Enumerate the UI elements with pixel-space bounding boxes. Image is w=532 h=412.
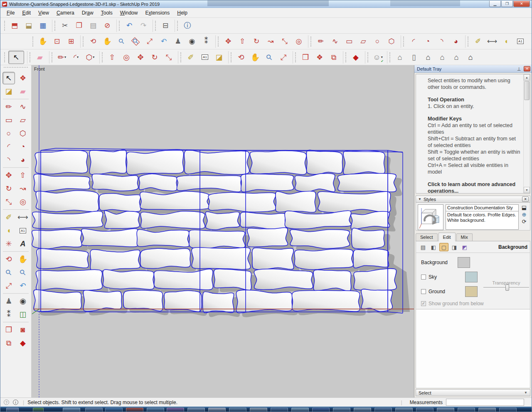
tool-zoom[interactable]: ⚲ [263, 51, 276, 64]
tool-line[interactable]: ✏▾ [56, 51, 68, 64]
tool-pie[interactable]: ◕ [450, 35, 462, 48]
taskbar-app-icon[interactable] [33, 407, 44, 412]
tool-freehand[interactable]: ∿ [329, 35, 341, 48]
tool-view-right[interactable]: ⌂ [464, 51, 477, 64]
tool-cut[interactable]: ✂ [59, 20, 71, 32]
tool-copy[interactable]: ❐ [73, 20, 85, 32]
tool-offset[interactable]: ◎ [293, 35, 305, 48]
tool-protractor[interactable]: ◖ [2, 224, 15, 237]
stone[interactable] [103, 270, 154, 289]
tool-zoom[interactable]: ⚲ [2, 266, 15, 279]
stone[interactable] [137, 229, 189, 247]
tool-view-top[interactable]: ▯ [408, 51, 420, 64]
stone[interactable] [140, 191, 209, 210]
windows-taskbar[interactable] [0, 407, 532, 412]
tool-orbit[interactable]: ⟲ [235, 51, 247, 64]
tool-follow-me[interactable]: ↝ [264, 35, 277, 48]
toolbar-drag-handle[interactable] [468, 37, 469, 47]
tool-zoom-extents[interactable]: ⤢ [277, 51, 290, 64]
sky-checkbox[interactable] [421, 275, 426, 280]
toolbar-drag-handle[interactable] [4, 67, 28, 70]
tool-walk[interactable]: ⁑ [2, 308, 15, 321]
tool-pan[interactable]: ✋ [17, 253, 29, 265]
tool-extension-manager[interactable]: ◆ [350, 51, 362, 64]
stone[interactable] [354, 268, 397, 290]
menu-view[interactable]: View [34, 9, 53, 17]
tool-arc[interactable]: ◜▾ [70, 51, 82, 64]
tool-look-around[interactable]: ◉ [17, 295, 29, 307]
tool-axes[interactable]: ✳ [2, 238, 15, 250]
menu-window[interactable]: Window [116, 9, 142, 17]
taskbar-app-icon[interactable] [458, 407, 475, 412]
tool-previous-view[interactable]: ↶ [158, 35, 170, 48]
ground-checkbox[interactable] [421, 289, 426, 294]
toolbar-drag-handle[interactable] [52, 52, 53, 62]
style-thumbnail[interactable] [418, 204, 443, 230]
tool-3d-text[interactable]: A [17, 238, 29, 250]
tab-mix[interactable]: Mix [456, 233, 473, 241]
taskbar-app-icon[interactable] [291, 407, 309, 412]
menu-extensions[interactable]: Extensions [141, 9, 173, 17]
tool-erase-delete[interactable]: ⊘ [101, 20, 113, 32]
style-description-field[interactable]: Default face colors. Profile Edges. Whit… [446, 211, 519, 230]
toolbar-drag-handle[interactable] [218, 37, 219, 47]
tool-redo[interactable]: ↷ [137, 20, 150, 32]
create-new-style-icon[interactable]: ⊕ [522, 212, 527, 217]
taskbar-app-icon[interactable] [354, 407, 371, 412]
tool-model-info[interactable]: ⓘ [181, 20, 194, 32]
tool-extension-warehouse[interactable]: ❖ [313, 51, 326, 64]
tool-section-plane[interactable]: ◫ [17, 308, 29, 321]
advanced-operations-link[interactable]: Click to learn about more advanced opera… [428, 181, 520, 194]
tool-rotated-rectangle[interactable]: ▱ [17, 114, 29, 126]
tool-paint-bucket[interactable]: ◪ [213, 51, 225, 64]
tool-select[interactable]: ↖ [8, 51, 24, 64]
status-question-icon[interactable]: ? [4, 400, 9, 405]
collapse-arrow-icon[interactable]: ▼ [418, 197, 421, 201]
scrollbar-thumb[interactable] [524, 81, 530, 100]
stone[interactable] [343, 150, 385, 174]
menu-draw[interactable]: Draw [78, 9, 97, 17]
tool-extension-warehouse[interactable]: ◆ [17, 337, 29, 349]
stone[interactable] [81, 228, 139, 247]
stone[interactable] [35, 150, 88, 174]
tool-tape-measure[interactable]: ✐ [472, 35, 484, 48]
edge-settings-icon[interactable]: ▤ [419, 243, 428, 251]
tool-protractor[interactable]: ◖ [500, 35, 512, 48]
account-dropdown-icon[interactable]: ▾ [381, 55, 383, 59]
stone[interactable] [276, 191, 316, 212]
tool-axes[interactable]: ✳ [528, 35, 532, 48]
select-panel-header[interactable]: Select ▼ [416, 389, 530, 396]
stone[interactable] [208, 192, 276, 212]
pin-icon[interactable]: ⊤ [515, 66, 523, 71]
taskbar-app-icon[interactable] [63, 407, 80, 412]
tool-rectangle[interactable]: ▭ [343, 35, 355, 48]
background-settings-icon[interactable]: ▢ [439, 243, 448, 251]
tool-undo[interactable]: ↶ [123, 20, 135, 32]
tool-view-back[interactable]: ⌂ [436, 51, 448, 64]
toolbar-drag-handle[interactable] [345, 52, 347, 62]
taskbar-app-icon[interactable] [167, 407, 184, 412]
tool-component-sampler[interactable]: ◙ [17, 324, 29, 336]
stone[interactable] [99, 194, 140, 212]
tool-open-file[interactable]: ⬓ [22, 20, 35, 32]
tool-offset[interactable]: ◎ [120, 51, 133, 64]
toolbar-drag-handle[interactable] [231, 52, 232, 62]
tool-line[interactable]: ✏ [315, 35, 327, 48]
tool-text[interactable]: A1 [17, 224, 29, 237]
tool-rectangle[interactable]: ▭ [2, 114, 15, 126]
tool-eraser[interactable]: ▰ [34, 51, 46, 64]
tool-scale[interactable]: ⤡ [278, 35, 291, 48]
taskbar-app-icon[interactable] [478, 407, 496, 412]
tool-paint-bucket[interactable]: ◪ [2, 85, 15, 98]
tool-view-left[interactable]: ⌂ [450, 51, 463, 64]
menu-file[interactable]: File [3, 9, 18, 17]
tool-move[interactable]: ✥ [222, 35, 234, 48]
transparency-slider[interactable] [483, 287, 529, 288]
ground-color-swatch[interactable] [465, 286, 478, 297]
tool-zoom-extents[interactable]: ⤢ [143, 35, 156, 48]
tool-send-to-layout[interactable]: ⧉ [328, 51, 340, 64]
tool-select[interactable]: ↖ [2, 72, 15, 84]
tool-pan[interactable]: ✋ [249, 51, 261, 64]
tool-look-around[interactable]: ◉ [186, 35, 198, 48]
toolbar-drag-handle[interactable] [119, 21, 120, 31]
